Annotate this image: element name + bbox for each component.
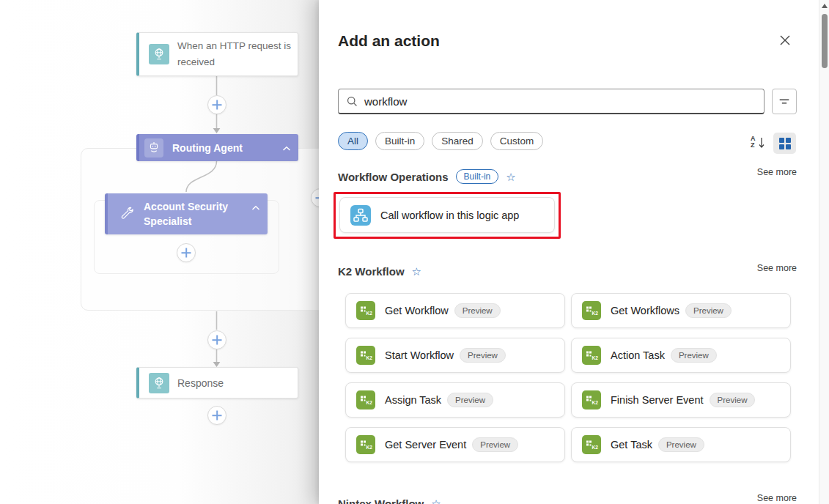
k2-icon: K2	[582, 346, 601, 365]
chip-built-in[interactable]: Built-in	[375, 132, 424, 150]
specialist-label: Account Security Specialist	[144, 199, 235, 229]
bot-icon	[144, 138, 163, 158]
section-title: Workflow Operations	[338, 171, 449, 183]
svg-text:K2: K2	[592, 400, 599, 405]
action-get-server-event[interactable]: K2 Get Server Event Preview	[345, 427, 565, 462]
svg-text:K2: K2	[366, 311, 373, 316]
section-title: K2 Workflow	[338, 265, 405, 278]
scrollbar-up-arrow[interactable]	[822, 4, 828, 8]
favorite-star-icon[interactable]: ☆	[412, 266, 421, 277]
k2-icon: K2	[582, 390, 601, 410]
preview-badge: Preview	[447, 393, 493, 407]
response-node[interactable]: Response	[136, 367, 298, 399]
see-more-link[interactable]: See more	[757, 167, 797, 177]
chip-custom[interactable]: Custom	[490, 132, 544, 150]
see-more-link[interactable]: See more	[757, 493, 797, 503]
k2-icon: K2	[582, 301, 601, 320]
action-label: Assign Task	[385, 394, 441, 406]
routing-agent-node[interactable]: Routing Agent	[136, 134, 298, 161]
svg-text:K2: K2	[592, 311, 599, 316]
action-label: Get Workflows	[611, 305, 679, 316]
preview-badge: Preview	[460, 348, 506, 363]
action-get-task[interactable]: K2 Get Task Preview	[571, 427, 791, 462]
preview-badge: Preview	[671, 348, 717, 363]
preview-badge: Preview	[472, 437, 518, 452]
wrench-icon	[119, 206, 135, 222]
favorite-star-icon[interactable]: ☆	[506, 171, 515, 182]
connector-filter-chips: All Built-in Shared Custom	[338, 132, 543, 150]
svg-text:K2: K2	[366, 355, 373, 360]
add-action-panel: Add an action All Built-in Shared Custom…	[319, 0, 829, 504]
grid-view-icon[interactable]	[773, 133, 796, 154]
svg-text:K2: K2	[366, 445, 373, 450]
section-header-k2-workflow: K2 Workflow ☆	[338, 265, 421, 278]
action-label: Call workflow in this logic app	[380, 210, 519, 221]
chevron-up-icon[interactable]	[251, 201, 260, 214]
section-title: Nintex Workflow	[338, 497, 424, 504]
action-label: Finish Server Event	[611, 394, 704, 406]
svg-text:K2: K2	[592, 355, 599, 360]
action-label: Start Workflow	[385, 349, 454, 361]
chip-shared[interactable]: Shared	[432, 132, 483, 150]
favorite-star-icon[interactable]: ☆	[431, 498, 441, 504]
action-get-workflow[interactable]: K2 Get Workflow Preview	[345, 293, 565, 328]
action-action-task[interactable]: K2 Action Task Preview	[571, 338, 791, 373]
call-workflow-icon	[350, 205, 371, 226]
trigger-node-label: When an HTTP request is received	[177, 38, 292, 70]
svg-text:K2: K2	[592, 445, 599, 450]
preview-badge: Preview	[658, 437, 704, 452]
action-assign-task[interactable]: K2 Assign Task Preview	[345, 382, 565, 418]
panel-title: Add an action	[338, 32, 440, 50]
response-node-label: Response	[177, 375, 287, 391]
action-finish-server-event[interactable]: K2 Finish Server Event Preview	[571, 382, 791, 418]
preview-badge: Preview	[454, 303, 501, 318]
preview-badge: Preview	[710, 393, 756, 407]
chip-all[interactable]: All	[338, 132, 368, 150]
action-label: Action Task	[611, 349, 665, 361]
close-icon[interactable]	[776, 32, 794, 50]
scrollbar-thumb[interactable]	[822, 14, 828, 68]
filter-button[interactable]	[772, 89, 797, 114]
add-action-button[interactable]	[207, 406, 226, 425]
k2-icon: K2	[356, 301, 375, 320]
logic-app-designer: When an HTTP request is received Routing…	[0, 0, 829, 504]
svg-text:K2: K2	[366, 400, 373, 405]
http-response-icon	[149, 373, 169, 393]
k2-icon: K2	[582, 435, 601, 454]
trigger-node-http-request[interactable]: When an HTTP request is received	[136, 32, 298, 76]
k2-icon: K2	[356, 346, 375, 365]
action-start-workflow[interactable]: K2 Start Workflow Preview	[345, 338, 565, 373]
search-input[interactable]	[364, 95, 764, 108]
k2-actions-grid: K2 Get Workflow Preview K2 Get Workflows…	[345, 293, 791, 462]
account-security-specialist-node[interactable]: Account Security Specialist	[105, 193, 268, 234]
section-header-nintex-workflow: Nintex Workflow ☆	[338, 497, 441, 504]
built-in-badge: Built-in	[456, 169, 499, 184]
action-label: Get Server Event	[385, 439, 466, 451]
chevron-up-icon[interactable]	[282, 141, 291, 155]
search-icon	[346, 95, 358, 108]
workflow-canvas[interactable]: When an HTTP request is received Routing…	[0, 0, 327, 504]
insert-step-button[interactable]	[207, 95, 226, 114]
k2-icon: K2	[356, 390, 375, 410]
action-get-workflows[interactable]: K2 Get Workflows Preview	[571, 293, 791, 328]
panel-scrollbar[interactable]	[819, 0, 829, 504]
search-box	[338, 89, 764, 114]
action-label: Get Workflow	[385, 305, 449, 316]
filter-icon	[778, 95, 791, 108]
add-tool-button[interactable]	[177, 243, 196, 262]
preview-badge: Preview	[685, 303, 732, 318]
action-call-workflow[interactable]: Call workflow in this logic app	[339, 197, 555, 233]
see-more-link[interactable]: See more	[757, 263, 797, 273]
section-header-workflow-operations: Workflow Operations Built-in ☆	[338, 169, 516, 184]
routing-agent-label: Routing Agent	[172, 141, 282, 155]
insert-step-button[interactable]	[207, 330, 226, 349]
action-label: Get Task	[611, 439, 652, 451]
sort-az-icon[interactable]: AZ	[751, 136, 768, 152]
http-request-icon	[149, 44, 169, 64]
k2-icon: K2	[356, 435, 375, 454]
